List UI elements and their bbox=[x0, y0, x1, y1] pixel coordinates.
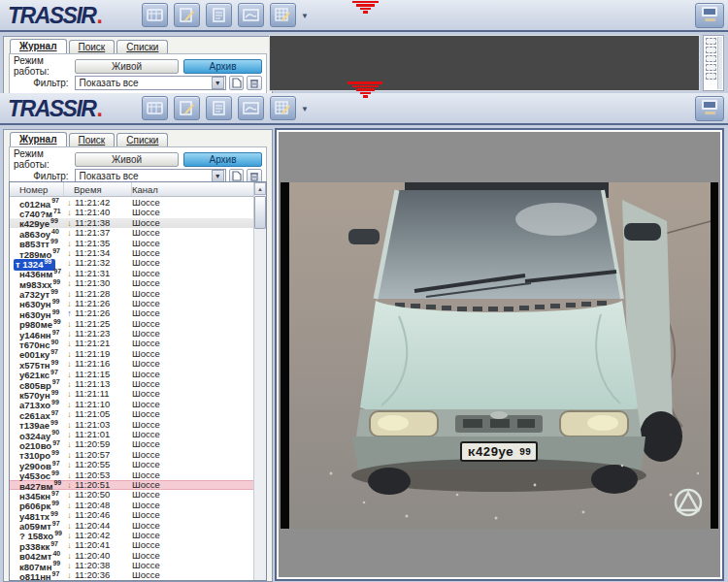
plates-table: Номер Время Канал с012на97 ↓11:21:42 Шос… bbox=[9, 181, 267, 581]
edit-record-icon[interactable] bbox=[174, 3, 200, 27]
direction-arrow-icon: ↓ bbox=[64, 329, 75, 339]
panel-tabs: Журнал Поиск Списки bbox=[10, 132, 272, 146]
direction-arrow-icon: ↓ bbox=[64, 490, 75, 500]
camera-view-icon[interactable] bbox=[238, 3, 264, 27]
filter-label: Фильтр: bbox=[14, 78, 75, 88]
trassir-logo: TRASSIR. bbox=[8, 3, 101, 29]
live-mode-button[interactable]: Живой bbox=[75, 152, 179, 167]
video-display-top[interactable] bbox=[269, 35, 700, 91]
red-beacon-icon bbox=[347, 81, 383, 99]
filter-value: Показать все bbox=[76, 171, 212, 181]
filter-combobox[interactable]: Показать все ▼ bbox=[75, 76, 226, 90]
video-thumbnail[interactable] bbox=[706, 64, 716, 71]
direction-arrow-icon: ↓ bbox=[64, 389, 75, 399]
control-panel: Журнал Поиск Списки Режим работы: Живой … bbox=[3, 129, 273, 582]
report-icon[interactable] bbox=[206, 3, 232, 27]
expand-panel-button[interactable]: »»» bbox=[695, 3, 724, 28]
video-thumbnail[interactable] bbox=[706, 47, 716, 53]
direction-arrow-icon: ↓ bbox=[64, 198, 75, 208]
plate-journal-icon[interactable] bbox=[142, 3, 168, 27]
car: к429уе 99 bbox=[348, 182, 682, 495]
direction-arrow-icon: ↓ bbox=[64, 561, 75, 570]
thumbnail-scrollbar[interactable] bbox=[717, 37, 722, 89]
collapse-chevrons-icon: ««« bbox=[705, 110, 714, 117]
trassir-logo: TRASSIR. bbox=[8, 96, 101, 122]
direction-arrow-icon: ↓ bbox=[64, 409, 75, 419]
filter-value: Показать все bbox=[76, 78, 212, 88]
table-body: с012на97 ↓11:21:42 Шоссе с740?м71 ↓11:21… bbox=[10, 198, 253, 580]
direction-arrow-icon: ↓ bbox=[64, 359, 75, 369]
table-header: Номер Время Канал bbox=[10, 182, 266, 197]
expand-chevrons-icon: »»» bbox=[705, 16, 714, 24]
control-panel: Журнал Поиск Списки Режим работы: Живой … bbox=[3, 36, 273, 93]
direction-arrow-icon: ↓ bbox=[64, 400, 75, 409]
watermark-logo bbox=[676, 490, 701, 515]
table-row[interactable]: о811нн97 ↓11:20:36 Шоссе bbox=[10, 570, 253, 580]
live-mode-button[interactable]: Живой bbox=[75, 59, 179, 74]
video-display-main[interactable]: к429уе 99 bbox=[277, 130, 722, 579]
delete-filter-icon[interactable] bbox=[247, 76, 262, 90]
toolbar-icons: ▼ bbox=[142, 96, 309, 120]
combo-arrow-icon[interactable]: ▼ bbox=[212, 170, 224, 182]
video-thumbnail[interactable] bbox=[706, 55, 716, 62]
camera-frame: к429уе 99 bbox=[281, 182, 718, 529]
direction-arrow-icon: ↓ bbox=[64, 551, 75, 561]
direction-arrow-icon: ↓ bbox=[64, 299, 75, 308]
car-plate-region: 99 bbox=[519, 447, 531, 458]
tab-search[interactable]: Поиск bbox=[69, 133, 116, 146]
tab-journal[interactable]: Журнал bbox=[10, 132, 67, 146]
tab-lists[interactable]: Списки bbox=[116, 133, 168, 146]
direction-arrow-icon: ↓ bbox=[64, 420, 75, 430]
direction-arrow-icon: ↓ bbox=[64, 570, 75, 580]
tab-journal[interactable]: Журнал bbox=[10, 39, 67, 53]
direction-arrow-icon: ↓ bbox=[64, 430, 75, 439]
scrollbar-up-icon[interactable]: ▲ bbox=[254, 182, 266, 195]
direction-arrow-icon: ↓ bbox=[64, 460, 75, 469]
direction-arrow-icon: ↓ bbox=[64, 239, 75, 248]
window-content: Журнал Поиск Списки Режим работы: Живой … bbox=[0, 127, 728, 582]
settings-grid-icon[interactable] bbox=[270, 3, 296, 27]
video-thumbnail[interactable] bbox=[706, 73, 716, 80]
column-header-channel[interactable]: Канал bbox=[132, 182, 266, 196]
report-icon[interactable] bbox=[206, 96, 232, 120]
logo-red-dot: . bbox=[96, 3, 101, 28]
collapse-panel-button[interactable]: ««« bbox=[695, 96, 724, 121]
table-scrollbar[interactable]: ▲ bbox=[253, 182, 266, 580]
car-license-plate: к429уе bbox=[468, 445, 513, 460]
toolbar-dropdown-arrow-icon[interactable]: ▼ bbox=[301, 12, 309, 20]
mode-label: Режим работы: bbox=[14, 148, 75, 170]
toolbar-icons: ▼ bbox=[142, 3, 309, 27]
scrollbar-thumb[interactable] bbox=[254, 196, 266, 229]
mode-filter-groupbox: Режим работы: Живой Архив Фильтр: Показа… bbox=[9, 53, 267, 93]
panel-tabs: Журнал Поиск Списки bbox=[10, 39, 272, 53]
anpr-app-screen: TRASSIR. ▼ »»» Журнал Поиск Списки bbox=[0, 0, 728, 582]
edit-record-icon[interactable] bbox=[174, 96, 200, 120]
direction-arrow-icon: ↓ bbox=[64, 218, 75, 228]
filter-label: Фильтр: bbox=[14, 171, 75, 181]
plate-journal-icon[interactable] bbox=[142, 96, 168, 120]
new-filter-icon[interactable] bbox=[229, 76, 245, 90]
mode-label: Режим работы: bbox=[14, 55, 75, 77]
archive-mode-button[interactable]: Архив bbox=[183, 152, 262, 167]
settings-grid-icon[interactable] bbox=[270, 96, 296, 120]
direction-arrow-icon: ↓ bbox=[64, 278, 75, 288]
direction-arrow-icon: ↓ bbox=[64, 470, 75, 480]
column-header-time[interactable]: Время bbox=[64, 182, 132, 196]
tab-lists[interactable]: Списки bbox=[116, 40, 168, 53]
combo-arrow-icon[interactable]: ▼ bbox=[212, 77, 224, 89]
direction-arrow-icon: ↓ bbox=[64, 339, 75, 348]
logo-red-dot: . bbox=[96, 96, 101, 121]
archive-mode-button[interactable]: Архив bbox=[183, 59, 262, 74]
tab-search[interactable]: Поиск bbox=[69, 40, 116, 53]
column-header-plate[interactable]: Номер bbox=[10, 182, 64, 196]
video-thumbnail[interactable] bbox=[706, 38, 716, 45]
camera-view-icon[interactable] bbox=[238, 96, 264, 120]
direction-arrow-icon: ↓ bbox=[64, 228, 75, 238]
direction-arrow-icon: ↓ bbox=[64, 510, 75, 520]
direction-arrow-icon: ↓ bbox=[64, 319, 75, 329]
direction-arrow-icon: ↓ bbox=[64, 349, 75, 359]
toolbar-dropdown-arrow-icon[interactable]: ▼ bbox=[301, 105, 309, 113]
direction-arrow-icon: ↓ bbox=[64, 450, 75, 460]
direction-arrow-icon: ↓ bbox=[64, 269, 75, 278]
direction-arrow-icon: ↓ bbox=[64, 289, 75, 299]
